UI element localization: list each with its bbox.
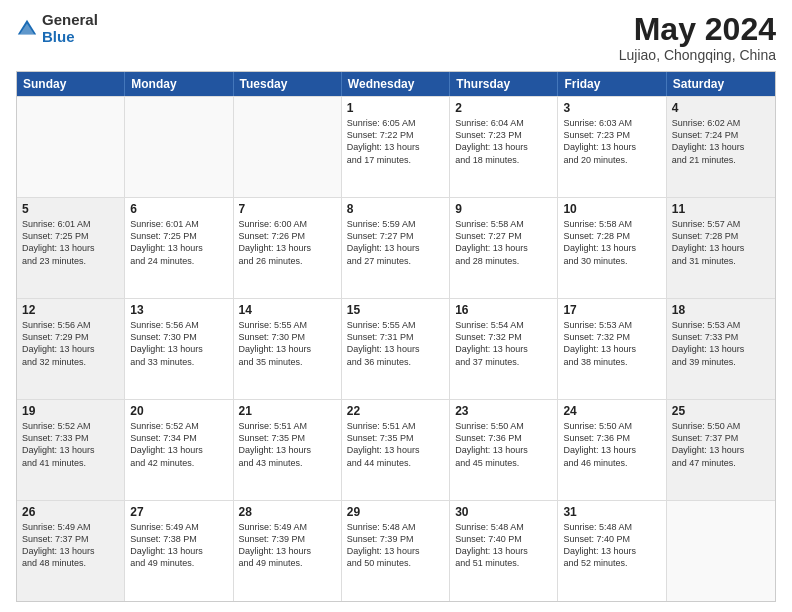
cell-text: Sunrise: 5:50 AM Sunset: 7:36 PM Dayligh…: [455, 421, 528, 467]
calendar-cell: 18Sunrise: 5:53 AM Sunset: 7:33 PM Dayli…: [667, 299, 775, 399]
day-number: 9: [455, 202, 552, 216]
day-number: 16: [455, 303, 552, 317]
calendar-cell: 15Sunrise: 5:55 AM Sunset: 7:31 PM Dayli…: [342, 299, 450, 399]
page: General Blue May 2024 Lujiao, Chongqing,…: [0, 0, 792, 612]
calendar-cell: 26Sunrise: 5:49 AM Sunset: 7:37 PM Dayli…: [17, 501, 125, 601]
day-number: 23: [455, 404, 552, 418]
day-number: 27: [130, 505, 227, 519]
calendar-header-cell: Thursday: [450, 72, 558, 96]
calendar-week: 12Sunrise: 5:56 AM Sunset: 7:29 PM Dayli…: [17, 298, 775, 399]
main-title: May 2024: [619, 12, 776, 47]
logo-icon: [16, 18, 38, 40]
day-number: 19: [22, 404, 119, 418]
cell-text: Sunrise: 5:56 AM Sunset: 7:30 PM Dayligh…: [130, 320, 203, 366]
calendar-cell: 12Sunrise: 5:56 AM Sunset: 7:29 PM Dayli…: [17, 299, 125, 399]
calendar-cell: 21Sunrise: 5:51 AM Sunset: 7:35 PM Dayli…: [234, 400, 342, 500]
calendar-cell: 6Sunrise: 6:01 AM Sunset: 7:25 PM Daylig…: [125, 198, 233, 298]
day-number: 29: [347, 505, 444, 519]
calendar: SundayMondayTuesdayWednesdayThursdayFrid…: [16, 71, 776, 602]
cell-text: Sunrise: 6:00 AM Sunset: 7:26 PM Dayligh…: [239, 219, 312, 265]
logo-blue-text: Blue: [42, 29, 98, 46]
day-number: 10: [563, 202, 660, 216]
day-number: 28: [239, 505, 336, 519]
cell-text: Sunrise: 6:04 AM Sunset: 7:23 PM Dayligh…: [455, 118, 528, 164]
calendar-cell: 3Sunrise: 6:03 AM Sunset: 7:23 PM Daylig…: [558, 97, 666, 197]
cell-text: Sunrise: 5:54 AM Sunset: 7:32 PM Dayligh…: [455, 320, 528, 366]
day-number: 25: [672, 404, 770, 418]
calendar-cell: 8Sunrise: 5:59 AM Sunset: 7:27 PM Daylig…: [342, 198, 450, 298]
cell-text: Sunrise: 5:59 AM Sunset: 7:27 PM Dayligh…: [347, 219, 420, 265]
day-number: 13: [130, 303, 227, 317]
calendar-header-cell: Friday: [558, 72, 666, 96]
title-block: May 2024 Lujiao, Chongqing, China: [619, 12, 776, 63]
calendar-header-cell: Sunday: [17, 72, 125, 96]
calendar-cell: 16Sunrise: 5:54 AM Sunset: 7:32 PM Dayli…: [450, 299, 558, 399]
day-number: 5: [22, 202, 119, 216]
calendar-cell: 14Sunrise: 5:55 AM Sunset: 7:30 PM Dayli…: [234, 299, 342, 399]
calendar-cell: 23Sunrise: 5:50 AM Sunset: 7:36 PM Dayli…: [450, 400, 558, 500]
calendar-cell: 1Sunrise: 6:05 AM Sunset: 7:22 PM Daylig…: [342, 97, 450, 197]
day-number: 18: [672, 303, 770, 317]
calendar-week: 26Sunrise: 5:49 AM Sunset: 7:37 PM Dayli…: [17, 500, 775, 601]
calendar-cell: 13Sunrise: 5:56 AM Sunset: 7:30 PM Dayli…: [125, 299, 233, 399]
day-number: 17: [563, 303, 660, 317]
cell-text: Sunrise: 5:51 AM Sunset: 7:35 PM Dayligh…: [239, 421, 312, 467]
logo-general-text: General: [42, 12, 98, 29]
logo: General Blue: [16, 12, 98, 45]
cell-text: Sunrise: 5:58 AM Sunset: 7:27 PM Dayligh…: [455, 219, 528, 265]
day-number: 22: [347, 404, 444, 418]
calendar-cell: 4Sunrise: 6:02 AM Sunset: 7:24 PM Daylig…: [667, 97, 775, 197]
cell-text: Sunrise: 5:56 AM Sunset: 7:29 PM Dayligh…: [22, 320, 95, 366]
day-number: 11: [672, 202, 770, 216]
cell-text: Sunrise: 5:48 AM Sunset: 7:40 PM Dayligh…: [563, 522, 636, 568]
calendar-cell: [125, 97, 233, 197]
calendar-cell: 9Sunrise: 5:58 AM Sunset: 7:27 PM Daylig…: [450, 198, 558, 298]
calendar-week: 19Sunrise: 5:52 AM Sunset: 7:33 PM Dayli…: [17, 399, 775, 500]
calendar-header-cell: Wednesday: [342, 72, 450, 96]
cell-text: Sunrise: 5:50 AM Sunset: 7:36 PM Dayligh…: [563, 421, 636, 467]
calendar-header-row: SundayMondayTuesdayWednesdayThursdayFrid…: [17, 72, 775, 96]
cell-text: Sunrise: 5:49 AM Sunset: 7:38 PM Dayligh…: [130, 522, 203, 568]
cell-text: Sunrise: 5:52 AM Sunset: 7:34 PM Dayligh…: [130, 421, 203, 467]
day-number: 7: [239, 202, 336, 216]
cell-text: Sunrise: 5:53 AM Sunset: 7:33 PM Dayligh…: [672, 320, 745, 366]
cell-text: Sunrise: 5:48 AM Sunset: 7:39 PM Dayligh…: [347, 522, 420, 568]
cell-text: Sunrise: 5:58 AM Sunset: 7:28 PM Dayligh…: [563, 219, 636, 265]
calendar-cell: 24Sunrise: 5:50 AM Sunset: 7:36 PM Dayli…: [558, 400, 666, 500]
day-number: 3: [563, 101, 660, 115]
cell-text: Sunrise: 5:55 AM Sunset: 7:31 PM Dayligh…: [347, 320, 420, 366]
day-number: 8: [347, 202, 444, 216]
calendar-cell: 22Sunrise: 5:51 AM Sunset: 7:35 PM Dayli…: [342, 400, 450, 500]
day-number: 6: [130, 202, 227, 216]
cell-text: Sunrise: 5:49 AM Sunset: 7:39 PM Dayligh…: [239, 522, 312, 568]
cell-text: Sunrise: 6:01 AM Sunset: 7:25 PM Dayligh…: [22, 219, 95, 265]
day-number: 14: [239, 303, 336, 317]
cell-text: Sunrise: 5:55 AM Sunset: 7:30 PM Dayligh…: [239, 320, 312, 366]
day-number: 31: [563, 505, 660, 519]
day-number: 15: [347, 303, 444, 317]
day-number: 30: [455, 505, 552, 519]
calendar-cell: 17Sunrise: 5:53 AM Sunset: 7:32 PM Dayli…: [558, 299, 666, 399]
calendar-cell: [667, 501, 775, 601]
calendar-cell: 10Sunrise: 5:58 AM Sunset: 7:28 PM Dayli…: [558, 198, 666, 298]
calendar-header-cell: Saturday: [667, 72, 775, 96]
calendar-cell: 7Sunrise: 6:00 AM Sunset: 7:26 PM Daylig…: [234, 198, 342, 298]
cell-text: Sunrise: 6:03 AM Sunset: 7:23 PM Dayligh…: [563, 118, 636, 164]
cell-text: Sunrise: 6:01 AM Sunset: 7:25 PM Dayligh…: [130, 219, 203, 265]
logo-text: General Blue: [42, 12, 98, 45]
calendar-cell: 30Sunrise: 5:48 AM Sunset: 7:40 PM Dayli…: [450, 501, 558, 601]
calendar-cell: 19Sunrise: 5:52 AM Sunset: 7:33 PM Dayli…: [17, 400, 125, 500]
cell-text: Sunrise: 5:53 AM Sunset: 7:32 PM Dayligh…: [563, 320, 636, 366]
calendar-cell: 11Sunrise: 5:57 AM Sunset: 7:28 PM Dayli…: [667, 198, 775, 298]
cell-text: Sunrise: 5:57 AM Sunset: 7:28 PM Dayligh…: [672, 219, 745, 265]
calendar-cell: 28Sunrise: 5:49 AM Sunset: 7:39 PM Dayli…: [234, 501, 342, 601]
calendar-cell: 5Sunrise: 6:01 AM Sunset: 7:25 PM Daylig…: [17, 198, 125, 298]
cell-text: Sunrise: 5:50 AM Sunset: 7:37 PM Dayligh…: [672, 421, 745, 467]
cell-text: Sunrise: 5:48 AM Sunset: 7:40 PM Dayligh…: [455, 522, 528, 568]
header: General Blue May 2024 Lujiao, Chongqing,…: [16, 12, 776, 63]
calendar-cell: 29Sunrise: 5:48 AM Sunset: 7:39 PM Dayli…: [342, 501, 450, 601]
calendar-body: 1Sunrise: 6:05 AM Sunset: 7:22 PM Daylig…: [17, 96, 775, 601]
day-number: 4: [672, 101, 770, 115]
calendar-cell: 2Sunrise: 6:04 AM Sunset: 7:23 PM Daylig…: [450, 97, 558, 197]
calendar-cell: [234, 97, 342, 197]
